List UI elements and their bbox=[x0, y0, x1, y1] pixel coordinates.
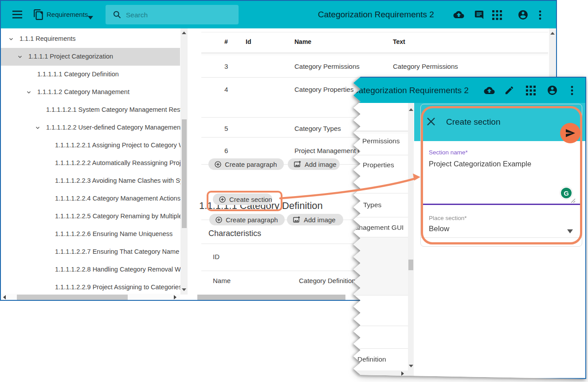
section-name-label: Section name* bbox=[429, 149, 468, 156]
textarea-underline bbox=[421, 204, 582, 205]
tree-item[interactable]: 1.1.1.1.2.2.4 Category Management Action… bbox=[1, 190, 180, 208]
tree-item[interactable]: 1.1.1.1.2.2.3 Avoiding Name Clashes with… bbox=[1, 172, 180, 190]
chevron-down-icon[interactable] bbox=[35, 125, 41, 133]
char-row-label[interactable]: Name bbox=[213, 277, 231, 284]
close-icon[interactable] bbox=[427, 117, 435, 128]
scrollbar-thumb[interactable] bbox=[408, 260, 413, 270]
document-icon[interactable] bbox=[33, 8, 44, 23]
column-header-num[interactable]: # bbox=[224, 38, 228, 45]
scroll-up-icon[interactable] bbox=[182, 32, 186, 34]
scroll-up-icon[interactable] bbox=[409, 108, 413, 111]
add-image-button[interactable]: Add image bbox=[288, 158, 340, 170]
scroll-down-icon[interactable] bbox=[409, 365, 413, 367]
cloud-upload-icon[interactable] bbox=[483, 85, 495, 98]
strip-vertical-scrollbar[interactable] bbox=[408, 103, 414, 376]
table-fragment: anagement GUI bbox=[355, 224, 404, 232]
cloud-upload-icon[interactable] bbox=[453, 9, 465, 22]
char-row-value[interactable]: Category Definition bbox=[299, 277, 356, 284]
account-icon[interactable] bbox=[547, 85, 558, 98]
window-title: Categorization Requirements 2 bbox=[318, 1, 434, 28]
cell-text: Category Permissions bbox=[393, 63, 458, 70]
scroll-right-icon[interactable] bbox=[401, 371, 404, 376]
column-header-id[interactable]: Id bbox=[246, 38, 251, 45]
search-input[interactable] bbox=[125, 5, 233, 25]
dialog-title: Create section bbox=[446, 103, 501, 141]
char-row-label[interactable]: ID bbox=[213, 253, 220, 260]
window-title: Categorization Requirements 2 bbox=[353, 78, 469, 103]
table-fragment: Properties bbox=[363, 161, 394, 169]
more-vert-icon[interactable] bbox=[571, 86, 573, 97]
scroll-right-icon[interactable] bbox=[174, 295, 176, 299]
search-icon bbox=[113, 10, 122, 21]
characteristics-title: Characteristics bbox=[208, 229, 261, 238]
search-bar bbox=[106, 5, 239, 24]
tree-item[interactable]: 1.1.1.1.2 Category Management bbox=[1, 83, 180, 101]
account-icon[interactable] bbox=[517, 9, 529, 22]
place-section-label: Place section* bbox=[429, 215, 467, 221]
create-paragraph-button[interactable]: Create paragraph bbox=[208, 158, 284, 170]
tree-item[interactable]: 1.1.1.1.2.2 User-defined Category Manage… bbox=[1, 119, 180, 137]
app-header: Categorization Requirements 2 bbox=[353, 78, 585, 103]
overlay-window: Categorization Requirements 2 bbox=[353, 77, 586, 379]
add-image-button[interactable]: Add image bbox=[287, 214, 343, 225]
document-strip: Permissions n Properties Types anagement… bbox=[353, 103, 408, 379]
document-horizontal-scrollbar[interactable] bbox=[197, 295, 345, 300]
scroll-down-icon[interactable] bbox=[182, 288, 186, 291]
chevron-down-icon[interactable] bbox=[567, 227, 573, 235]
comments-icon[interactable] bbox=[474, 10, 484, 22]
scroll-up-icon[interactable] bbox=[550, 32, 555, 35]
scrollbar-thumb[interactable] bbox=[17, 295, 128, 300]
tree-item[interactable]: 1.1.1.1.2.2.1 Assigning Project to Categ… bbox=[1, 137, 180, 154]
cell-num: 3 bbox=[224, 63, 228, 70]
more-vert-icon[interactable] bbox=[539, 10, 541, 22]
column-header-text[interactable]: Text bbox=[393, 38, 405, 45]
tree-item[interactable]: 1.1.1 Requirements bbox=[1, 30, 180, 48]
create-paragraph-button[interactable]: Create paragraph bbox=[209, 214, 285, 225]
app-header: Requirements Categorization Requirements… bbox=[1, 1, 556, 28]
create-section-button[interactable]: Create section bbox=[213, 193, 272, 205]
screenshot-root: Requirements Categorization Requirements… bbox=[0, 0, 588, 382]
chevron-down-icon bbox=[88, 13, 93, 21]
tree-item[interactable]: 1.1.1.1.2.2.2 Automatically Reassigning … bbox=[1, 154, 180, 172]
apps-grid-icon[interactable] bbox=[492, 10, 502, 22]
cell-num: 5 bbox=[224, 125, 228, 132]
tree-horizontal-scrollbar[interactable] bbox=[1, 294, 180, 301]
cell-num: 6 bbox=[224, 147, 228, 154]
apps-grid-icon[interactable] bbox=[526, 86, 536, 97]
tree-item[interactable]: 1.1.1.1.2.1 System Category Management R… bbox=[1, 101, 180, 119]
tree-item[interactable]: 1.1.1.1.2.2.8 Handling Category Removal … bbox=[1, 261, 180, 279]
chevron-down-icon[interactable] bbox=[26, 89, 32, 97]
requirements-tree-panel: 1.1.1 Requirements 1.1.1.1 Project Categ… bbox=[1, 28, 189, 301]
menu-icon[interactable] bbox=[12, 11, 22, 20]
scroll-left-icon[interactable] bbox=[3, 295, 6, 299]
place-section-select[interactable]: Below bbox=[429, 224, 449, 233]
cell-name: Category Properties bbox=[294, 86, 353, 93]
section-name-input[interactable]: Project Categorization Example bbox=[429, 160, 531, 168]
tree-item[interactable]: 1.1.1.1.2.2.7 Ensuring That Category Nam… bbox=[1, 243, 180, 261]
document-selector[interactable]: Requirements bbox=[47, 1, 88, 28]
cell-name: Category Permissions bbox=[294, 63, 360, 70]
tree-vertical-scrollbar[interactable] bbox=[180, 28, 188, 295]
table-fragment: n bbox=[354, 147, 358, 155]
submit-section-button[interactable] bbox=[560, 123, 580, 143]
tree-item[interactable]: 1.1.1.1.2.2.5 Category Renaming by Multi… bbox=[1, 208, 180, 225]
table-fragment: Types bbox=[363, 201, 381, 209]
tree-item[interactable]: 1.1.1.1.1 Category Definition bbox=[1, 66, 180, 83]
edit-icon[interactable] bbox=[504, 85, 514, 97]
tree-item-selected[interactable]: 1.1.1.1 Project Categorization bbox=[1, 48, 180, 66]
table-fragment: Definition bbox=[357, 355, 386, 363]
chevron-down-icon[interactable] bbox=[8, 36, 14, 44]
cell-num: 4 bbox=[224, 86, 228, 93]
overlay-window-shadow: Categorization Requirements 2 bbox=[353, 77, 586, 379]
tree-item[interactable]: 1.1.1.1.2.2.6 Ensuring Name Uniqueness bbox=[1, 225, 180, 243]
table-fragment: Permissions bbox=[362, 137, 400, 145]
column-header-name[interactable]: Name bbox=[294, 38, 311, 45]
scrollbar-thumb[interactable] bbox=[182, 119, 187, 228]
chevron-down-icon[interactable] bbox=[17, 54, 23, 62]
create-section-dialog: Create section Section name* Project Cat… bbox=[414, 103, 586, 379]
strip-horizontal-scrollbar[interactable] bbox=[353, 370, 408, 376]
cell-name: Category Types bbox=[294, 125, 341, 132]
